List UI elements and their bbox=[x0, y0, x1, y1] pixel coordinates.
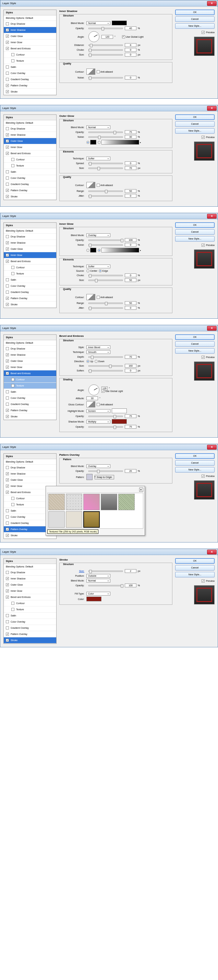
row-inner-glow[interactable]: Inner Glow bbox=[4, 40, 56, 46]
color-radio[interactable] bbox=[86, 249, 89, 252]
close-button[interactable]: X bbox=[207, 445, 216, 450]
ok-button[interactable]: OK bbox=[175, 223, 215, 228]
ok-button[interactable]: OK bbox=[175, 334, 215, 340]
row-bevel-emboss[interactable]: Bevel and Emboss bbox=[4, 150, 56, 157]
close-button[interactable]: X bbox=[207, 214, 216, 219]
row-color-overlay[interactable]: Color Overlay bbox=[4, 175, 56, 181]
pattern-thumb[interactable] bbox=[118, 494, 135, 510]
new-style-button[interactable]: New Style... bbox=[175, 467, 215, 473]
preview-check[interactable] bbox=[202, 31, 205, 34]
color-radio[interactable] bbox=[86, 141, 89, 144]
row-satin[interactable]: Satin bbox=[4, 64, 56, 70]
new-style-button[interactable]: New Style... bbox=[175, 236, 215, 242]
ok-button[interactable]: OK bbox=[175, 115, 215, 120]
opacity-input[interactable]: 40 bbox=[125, 26, 137, 30]
blend-mode-select[interactable]: Normal bbox=[86, 21, 110, 25]
size-slider[interactable] bbox=[88, 54, 123, 56]
row-texture[interactable]: Texture bbox=[4, 163, 56, 169]
cancel-button[interactable]: Cancel bbox=[175, 460, 215, 466]
row-contour[interactable]: Contour bbox=[4, 52, 56, 58]
choke-slider[interactable] bbox=[88, 49, 123, 51]
pattern-thumb[interactable] bbox=[66, 511, 82, 528]
ok-button[interactable]: OK bbox=[175, 10, 215, 15]
cancel-button[interactable]: Cancel bbox=[175, 341, 215, 347]
cancel-button[interactable]: Cancel bbox=[175, 565, 215, 571]
new-style-button[interactable]: New Style... bbox=[175, 23, 215, 29]
gradient-picker[interactable] bbox=[102, 248, 139, 253]
row-gradient-overlay[interactable]: Gradient Overlay bbox=[4, 181, 56, 188]
new-style-button[interactable]: New Style... bbox=[175, 348, 215, 354]
row-pattern-overlay[interactable]: Pattern Overlay bbox=[4, 83, 56, 89]
technique-select[interactable]: Smooth bbox=[86, 350, 110, 354]
gradient-radio[interactable] bbox=[98, 249, 101, 252]
row-drop-shadow[interactable]: Drop Shadow bbox=[4, 126, 56, 132]
cancel-button[interactable]: Cancel bbox=[175, 229, 215, 235]
gradient-radio[interactable] bbox=[98, 141, 101, 144]
blend-mode-select[interactable]: Overlay bbox=[86, 233, 110, 237]
row-contour[interactable]: Contour bbox=[4, 157, 56, 163]
ok-button[interactable]: OK bbox=[175, 558, 215, 564]
row-inner-shadow[interactable]: Inner Shadow bbox=[4, 27, 56, 33]
blending-options[interactable]: Blending Options: Default bbox=[4, 120, 56, 126]
color-swatch[interactable] bbox=[90, 140, 96, 145]
global-light-check[interactable] bbox=[122, 35, 125, 38]
contour-picker[interactable] bbox=[86, 182, 95, 188]
close-button[interactable]: X bbox=[207, 550, 216, 554]
row-satin[interactable]: Satin bbox=[4, 169, 56, 175]
edge-radio[interactable] bbox=[99, 269, 102, 272]
noise-input[interactable]: 0 bbox=[125, 76, 137, 80]
pattern-thumb[interactable] bbox=[83, 511, 100, 528]
row-stroke[interactable]: Stroke bbox=[4, 194, 56, 200]
pattern-thumb[interactable] bbox=[83, 494, 100, 510]
size-link[interactable]: Size: bbox=[62, 570, 86, 572]
row-bevel-emboss[interactable]: Bevel and Emboss bbox=[4, 46, 56, 52]
row-outer-glow[interactable]: Outer Glow bbox=[4, 33, 56, 40]
new-style-button[interactable]: New Style... bbox=[175, 572, 215, 578]
close-button[interactable]: X bbox=[207, 106, 216, 111]
distance-slider[interactable] bbox=[88, 45, 123, 46]
noise-slider[interactable] bbox=[88, 77, 123, 78]
menu-icon[interactable]: ▸ bbox=[139, 488, 143, 492]
angle-input[interactable]: 120 bbox=[102, 35, 113, 39]
filltype-select[interactable]: Color bbox=[86, 592, 110, 595]
angle-dial[interactable] bbox=[88, 385, 99, 395]
cancel-button[interactable]: Cancel bbox=[175, 121, 215, 127]
angle-dial[interactable] bbox=[88, 31, 99, 42]
blending-options[interactable]: Blending Options: Default bbox=[4, 16, 56, 21]
noise-slider[interactable] bbox=[88, 136, 123, 138]
technique-select[interactable]: Softer bbox=[86, 157, 110, 161]
row-inner-glow[interactable]: Inner Glow bbox=[4, 144, 56, 150]
row-color-overlay[interactable]: Color Overlay bbox=[4, 70, 56, 76]
pattern-picker[interactable] bbox=[86, 474, 92, 480]
row-pattern-overlay[interactable]: Pattern Overlay bbox=[4, 188, 56, 194]
dir-down-radio[interactable] bbox=[95, 360, 98, 363]
opacity-slider[interactable] bbox=[88, 28, 123, 29]
close-button[interactable]: X bbox=[207, 1, 216, 6]
blend-mode-select[interactable]: Normal bbox=[86, 126, 110, 129]
pattern-thumb[interactable] bbox=[101, 494, 117, 510]
position-select[interactable]: Outside bbox=[86, 574, 110, 578]
dir-up-radio[interactable] bbox=[86, 360, 89, 363]
distance-input[interactable]: 8 bbox=[125, 43, 137, 47]
center-radio[interactable] bbox=[86, 269, 89, 272]
pattern-thumb[interactable] bbox=[66, 494, 82, 510]
ok-button[interactable]: OK bbox=[175, 453, 215, 459]
new-style-button[interactable]: New Style... bbox=[175, 128, 215, 134]
size-input[interactable]: 0 bbox=[125, 53, 137, 57]
contour-picker[interactable] bbox=[86, 68, 95, 75]
row-stroke[interactable]: Stroke bbox=[4, 89, 56, 95]
antialias-check[interactable] bbox=[97, 70, 100, 73]
style-select[interactable]: Inner Bevel bbox=[86, 345, 110, 349]
snap-origin-button[interactable]: Snap to Origin bbox=[95, 475, 114, 479]
close-button[interactable]: X bbox=[207, 326, 216, 331]
opacity-slider[interactable] bbox=[88, 132, 123, 133]
choke-input[interactable]: 0 bbox=[125, 48, 137, 52]
cancel-button[interactable]: Cancel bbox=[175, 16, 215, 22]
row-texture[interactable]: Texture bbox=[4, 58, 56, 64]
gradient-picker[interactable] bbox=[102, 140, 139, 145]
row-inner-shadow[interactable]: Inner Shadow bbox=[4, 132, 56, 138]
pattern-thumb[interactable] bbox=[48, 511, 65, 528]
pattern-thumb[interactable] bbox=[48, 494, 65, 510]
row-outer-glow[interactable]: Outer Glow bbox=[4, 138, 56, 144]
row-drop-shadow[interactable]: Drop Shadow bbox=[4, 21, 56, 27]
